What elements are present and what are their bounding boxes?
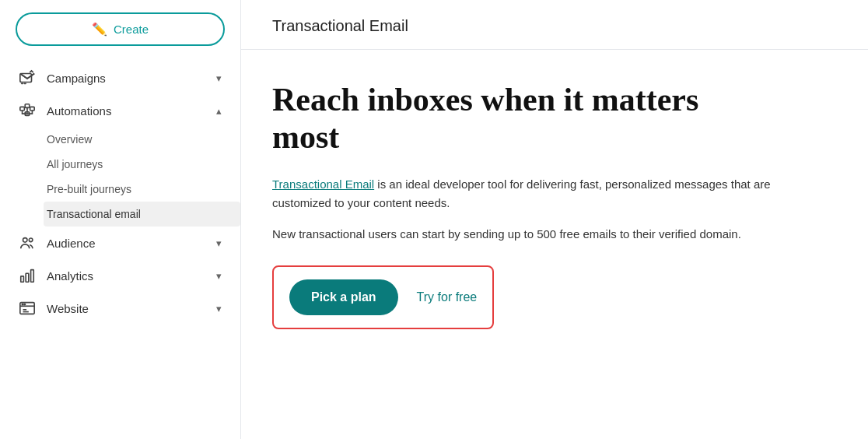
sidebar-item-website[interactable]: Website ▾	[0, 292, 240, 325]
sidebar-item-automations[interactable]: Automations ▴	[0, 94, 240, 127]
cta-box: Pick a plan Try for free	[272, 265, 494, 329]
automations-chevron: ▴	[216, 105, 222, 117]
analytics-chevron: ▾	[216, 270, 222, 282]
sidebar-item-campaigns[interactable]: Campaigns ▾	[0, 61, 240, 94]
try-for-free-link[interactable]: Try for free	[417, 290, 478, 304]
sidebar-item-all-journeys[interactable]: All journeys	[47, 152, 240, 177]
svg-point-10	[29, 238, 33, 242]
audience-icon	[19, 234, 36, 251]
page-title: Transactional Email	[272, 17, 837, 35]
svg-rect-12	[26, 273, 29, 282]
sidebar: ✏️ Create Campaigns ▾	[0, 0, 241, 439]
analytics-label: Analytics	[47, 269, 205, 283]
analytics-icon	[19, 267, 36, 284]
description2-paragraph: New transactional users can start by sen…	[272, 225, 801, 244]
automations-label: Automations	[47, 104, 205, 118]
website-chevron: ▾	[216, 303, 222, 314]
transactional-email-link[interactable]: Transactional Email	[272, 177, 374, 191]
audience-label: Audience	[47, 237, 205, 250]
website-label: Website	[47, 302, 205, 315]
create-button-label: Create	[114, 23, 149, 36]
create-button[interactable]: ✏️ Create	[16, 12, 225, 46]
create-button-wrap: ✏️ Create	[0, 12, 240, 61]
page-header: Transactional Email	[241, 0, 868, 50]
automations-icon	[19, 102, 36, 119]
svg-point-17	[24, 304, 25, 304]
audience-chevron: ▾	[216, 237, 222, 249]
sidebar-item-transactional-email[interactable]: Transactional email	[44, 202, 240, 227]
campaigns-label: Campaigns	[47, 72, 205, 85]
description-paragraph: Transactional Email is an ideal develope…	[272, 175, 801, 212]
sidebar-item-pre-built-journeys[interactable]: Pre-built journeys	[47, 177, 240, 202]
svg-rect-13	[31, 270, 34, 283]
pencil-icon: ✏️	[92, 22, 107, 37]
automations-sub-nav: Overview All journeys Pre-built journeys…	[0, 127, 240, 227]
svg-rect-11	[21, 276, 24, 282]
content-body: Reach inboxes when it matters most Trans…	[241, 50, 868, 439]
sidebar-item-overview[interactable]: Overview	[47, 127, 240, 152]
main-content-area: Transactional Email Reach inboxes when i…	[241, 0, 868, 439]
svg-point-16	[22, 304, 23, 304]
sidebar-item-audience[interactable]: Audience ▾	[0, 227, 240, 259]
sidebar-item-analytics[interactable]: Analytics ▾	[0, 259, 240, 292]
website-icon	[19, 300, 36, 317]
svg-point-9	[23, 238, 28, 243]
campaigns-icon	[19, 69, 36, 86]
pick-plan-button[interactable]: Pick a plan	[289, 279, 398, 315]
hero-title: Reach inboxes when it matters most	[272, 81, 739, 156]
campaigns-chevron: ▾	[216, 72, 222, 84]
